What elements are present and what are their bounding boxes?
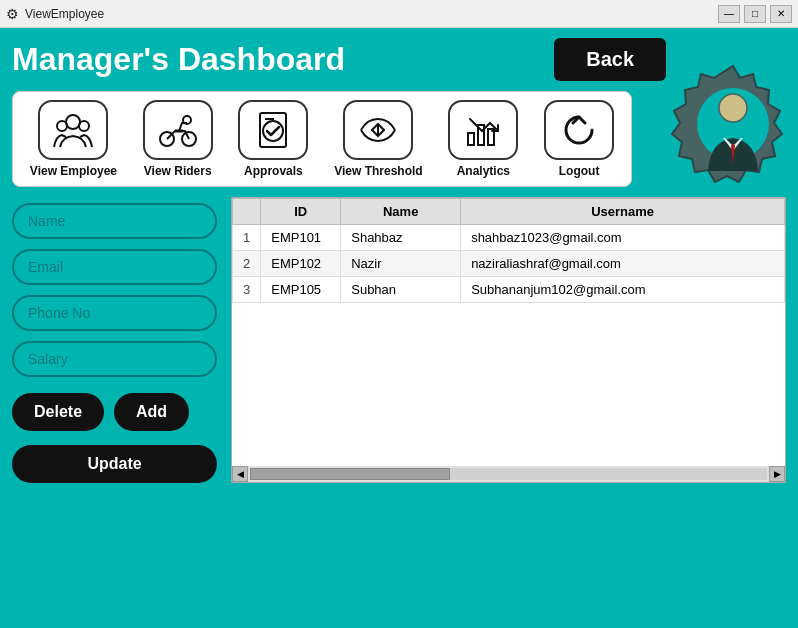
nav-label-view-threshold: View Threshold	[334, 164, 422, 178]
nav-icon-view-riders	[143, 100, 213, 160]
nav-item-analytics[interactable]: Analytics	[448, 100, 518, 178]
maximize-button[interactable]: □	[744, 5, 766, 23]
nav-icon-approvals	[238, 100, 308, 160]
nav-label-view-riders: View Riders	[144, 164, 212, 178]
nav-item-logout[interactable]: Logout	[544, 100, 614, 178]
horizontal-scrollbar[interactable]: ◀ ▶	[232, 466, 785, 482]
nav-label-approvals: Approvals	[244, 164, 303, 178]
delete-button[interactable]: Delete	[12, 393, 104, 431]
title-bar-left: ⚙ ViewEmployee	[6, 6, 104, 22]
nav-item-approvals[interactable]: Approvals	[238, 100, 308, 178]
nav-item-view-riders[interactable]: View Riders	[143, 100, 213, 178]
app-icon: ⚙	[6, 6, 19, 22]
nav-icon-analytics	[448, 100, 518, 160]
title-bar: ⚙ ViewEmployee — □ ✕	[0, 0, 798, 28]
window-title: ViewEmployee	[25, 7, 104, 21]
table-header-row: ID Name Username	[233, 199, 785, 225]
employee-table-area: ID Name Username 1 EMP101 Shahbaz shahba…	[231, 197, 786, 483]
nav-item-view-employee[interactable]: View Employee	[30, 100, 117, 178]
row-name: Nazir	[341, 251, 461, 277]
nav-bar: View Employee View Riders	[12, 91, 632, 187]
row-id: EMP102	[261, 251, 341, 277]
back-button[interactable]: Back	[554, 38, 666, 81]
nav-item-view-threshold[interactable]: View Threshold	[334, 100, 422, 178]
svg-point-3	[57, 121, 67, 131]
name-input[interactable]	[12, 203, 217, 239]
action-buttons-row: Delete Add	[12, 393, 217, 431]
title-bar-controls: — □ ✕	[718, 5, 792, 23]
employee-table: ID Name Username 1 EMP101 Shahbaz shahba…	[232, 198, 785, 303]
nav-icon-view-employee	[38, 100, 108, 160]
row-username: Subhananjum102@gmail.com	[461, 277, 785, 303]
content-area: Delete Add Update ID Name Username 1	[12, 197, 786, 483]
minimize-button[interactable]: —	[718, 5, 740, 23]
svg-point-4	[79, 121, 89, 131]
row-num: 3	[233, 277, 261, 303]
row-name: Shahbaz	[341, 225, 461, 251]
svg-point-2	[66, 115, 80, 129]
scroll-left-button[interactable]: ◀	[232, 466, 248, 482]
nav-icon-view-threshold	[343, 100, 413, 160]
row-username: shahbaz1023@gmail.com	[461, 225, 785, 251]
table-col-rownum	[233, 199, 261, 225]
scroll-thumb[interactable]	[250, 468, 450, 480]
scroll-track	[250, 468, 767, 480]
analytics-icon	[462, 109, 504, 151]
close-button[interactable]: ✕	[770, 5, 792, 23]
table-row[interactable]: 3 EMP105 Subhan Subhananjum102@gmail.com	[233, 277, 785, 303]
threshold-icon	[357, 109, 399, 151]
table-col-id: ID	[261, 199, 341, 225]
svg-rect-12	[468, 133, 474, 145]
row-num: 2	[233, 251, 261, 277]
rider-icon	[157, 109, 199, 151]
table-col-username: Username	[461, 199, 785, 225]
row-username: naziraliashraf@gmail.com	[461, 251, 785, 277]
table-col-name: Name	[341, 199, 461, 225]
nav-label-logout: Logout	[559, 164, 600, 178]
nav-label-view-employee: View Employee	[30, 164, 117, 178]
email-input[interactable]	[12, 249, 217, 285]
people-icon	[52, 109, 94, 151]
salary-input[interactable]	[12, 341, 217, 377]
app-title: Manager's Dashboard	[12, 41, 345, 78]
left-form: Delete Add Update	[12, 197, 217, 483]
table-row[interactable]: 2 EMP102 Nazir naziraliashraf@gmail.com	[233, 251, 785, 277]
row-num: 1	[233, 225, 261, 251]
nav-icon-logout	[544, 100, 614, 160]
logout-icon	[558, 109, 600, 151]
row-id: EMP101	[261, 225, 341, 251]
scroll-right-button[interactable]: ▶	[769, 466, 785, 482]
add-button[interactable]: Add	[114, 393, 189, 431]
update-button[interactable]: Update	[12, 445, 217, 483]
table-row[interactable]: 1 EMP101 Shahbaz shahbaz1023@gmail.com	[233, 225, 785, 251]
nav-label-analytics: Analytics	[457, 164, 510, 178]
phone-input[interactable]	[12, 295, 217, 331]
approve-icon	[252, 109, 294, 151]
svg-point-1	[719, 94, 747, 122]
row-id: EMP105	[261, 277, 341, 303]
main-content: Manager's Dashboard Back View Employee	[0, 28, 798, 493]
row-name: Subhan	[341, 277, 461, 303]
